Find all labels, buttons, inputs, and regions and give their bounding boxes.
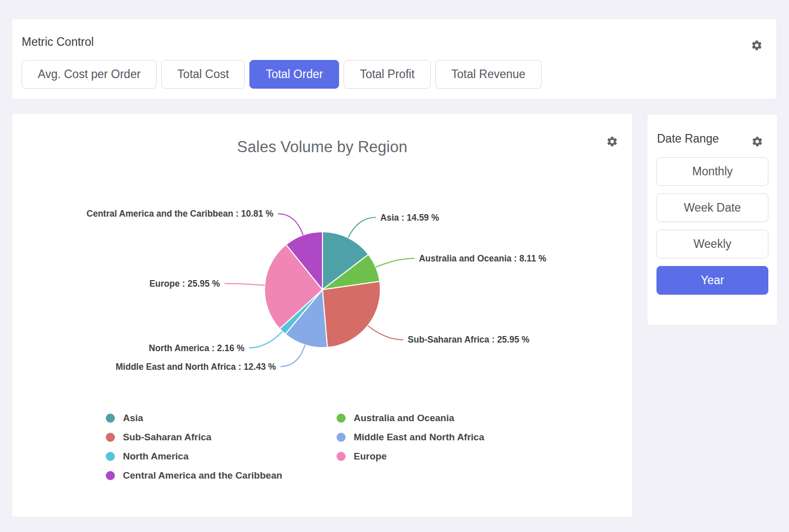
legend-item-australia-and-oceania[interactable]: Australia and Oceania bbox=[337, 413, 567, 423]
legend-item-middle-east-and-north-africa[interactable]: Middle East and North Africa bbox=[337, 432, 567, 442]
date-range-button-monthly[interactable]: Monthly bbox=[656, 157, 768, 186]
pie-label-sub-saharan-africa: Sub-Saharan Africa : 25.95 % bbox=[408, 335, 530, 345]
legend-label: Sub-Saharan Africa bbox=[123, 432, 212, 442]
date-range-panel: Date Range MonthlyWeek DateWeeklyYear bbox=[647, 115, 777, 325]
metric-button-total-revenue[interactable]: Total Revenue bbox=[435, 60, 542, 89]
legend-label: Europe bbox=[354, 451, 386, 461]
pie-callout-line-central-america-and-the-caribbean bbox=[278, 214, 303, 235]
legend-marker-icon bbox=[106, 414, 115, 423]
legend-label: North America bbox=[123, 451, 188, 461]
pie-callout-line-north-america bbox=[249, 331, 282, 348]
metric-button-avg-cost-per-order[interactable]: Avg. Cost per Order bbox=[22, 60, 157, 89]
legend-marker-icon bbox=[106, 452, 115, 461]
metric-button-total-cost[interactable]: Total Cost bbox=[161, 60, 245, 89]
legend-marker-icon bbox=[337, 414, 346, 423]
legend-label: Australia and Oceania bbox=[354, 413, 454, 423]
pie-label-australia-and-oceania: Australia and Oceania : 8.11 % bbox=[419, 253, 546, 263]
settings-gear-icon[interactable] bbox=[751, 136, 763, 148]
pie-callout-line-australia-and-oceania bbox=[376, 258, 414, 267]
legend-label: Central America and the Caribbean bbox=[123, 471, 282, 480]
legend-item-europe[interactable]: Europe bbox=[337, 451, 567, 461]
pie-label-central-america-and-the-caribbean: Central America and the Caribbean : 10.8… bbox=[87, 209, 274, 219]
pie-callout-line-sub-saharan-africa bbox=[368, 325, 403, 340]
legend-marker-icon bbox=[337, 433, 346, 442]
legend-item-sub-saharan-africa[interactable]: Sub-Saharan Africa bbox=[106, 432, 337, 442]
pie-callout-line-europe bbox=[224, 284, 265, 285]
date-range-button-weekly[interactable]: Weekly bbox=[656, 230, 768, 258]
pie-slice-sub-saharan-africa[interactable] bbox=[322, 281, 380, 347]
sales-volume-chart-panel: Sales Volume by Region Asia : 14.59 %Aus… bbox=[12, 114, 632, 517]
pie-callout-line-asia bbox=[348, 218, 376, 238]
legend-marker-icon bbox=[337, 452, 346, 461]
settings-gear-icon[interactable] bbox=[751, 39, 763, 51]
metric-control-title: Metric Control bbox=[22, 35, 94, 49]
pie-label-europe: Europe : 25.95 % bbox=[149, 279, 220, 289]
pie-label-middle-east-and-north-africa: Middle East and North Africa : 12.43 % bbox=[116, 362, 277, 372]
date-range-button-week-date[interactable]: Week Date bbox=[656, 193, 768, 222]
date-range-title: Date Range bbox=[657, 132, 719, 146]
legend-marker-icon bbox=[106, 471, 115, 480]
legend-item-north-america[interactable]: North America bbox=[106, 451, 337, 461]
pie-label-north-america: North America : 2.16 % bbox=[149, 343, 244, 353]
legend-marker-icon bbox=[106, 433, 115, 442]
metric-button-total-order[interactable]: Total Order bbox=[249, 60, 339, 89]
pie-callout-line-middle-east-and-north-africa bbox=[281, 345, 305, 367]
legend-item-asia[interactable]: Asia bbox=[106, 413, 337, 423]
chart-legend: AsiaAustralia and OceaniaSub-Saharan Afr… bbox=[106, 413, 567, 480]
legend-label: Asia bbox=[123, 413, 143, 423]
date-range-button-group: MonthlyWeek DateWeeklyYear bbox=[656, 157, 768, 295]
date-range-button-year[interactable]: Year bbox=[656, 266, 768, 295]
metric-button-group: Avg. Cost per OrderTotal CostTotal Order… bbox=[22, 60, 542, 89]
pie-label-asia: Asia : 14.59 % bbox=[380, 213, 439, 223]
metric-control-panel: Metric Control Avg. Cost per OrderTotal … bbox=[12, 19, 776, 99]
legend-label: Middle East and North Africa bbox=[354, 432, 484, 442]
legend-item-central-america-and-the-caribbean[interactable]: Central America and the Caribbean bbox=[106, 471, 337, 480]
metric-button-total-profit[interactable]: Total Profit bbox=[344, 60, 431, 89]
